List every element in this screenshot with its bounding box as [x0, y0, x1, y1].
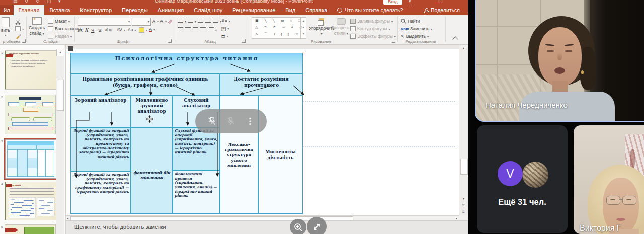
format-painter-button[interactable] — [15, 34, 21, 39]
shrink-font-button[interactable]: А▼ — [160, 19, 167, 24]
new-slide-button[interactable]: ✶ Создать слайд ▾ — [29, 17, 45, 36]
character-spacing-button[interactable]: AV▾ — [117, 27, 125, 32]
drawing-dialog-launcher[interactable] — [392, 39, 395, 43]
window-controls[interactable]: ▾ ▢ ✕ — [409, 0, 468, 5]
line-spacing-button[interactable]: ▾ — [213, 19, 221, 24]
mic-muted-icon[interactable] — [225, 116, 236, 127]
layout-button[interactable]: Макет▾ — [48, 19, 70, 24]
shape-outline-button[interactable]: Контур фигуры▾ — [350, 26, 390, 31]
increase-indent-button[interactable] — [205, 19, 211, 24]
zoom-in-button[interactable] — [290, 219, 306, 234]
tab-slideshow[interactable]: Слайд-шоу — [189, 5, 227, 15]
find-button[interactable]: Найти — [401, 19, 420, 24]
font-name-select[interactable]: ▾ — [78, 18, 131, 26]
bold-button[interactable]: Ж — [78, 27, 83, 33]
collapse-ribbon-button[interactable] — [452, 36, 458, 42]
text-direction-button[interactable]: ⇵A▾ — [221, 19, 230, 23]
bullets-button[interactable]: ▾ — [178, 19, 186, 24]
phonemic-cell[interactable]: Фонематичні процеси (сприймання, уявленн… — [173, 171, 220, 214]
paste-button[interactable]: вить ▾ — [1, 17, 10, 37]
reset-button[interactable]: Восстановить — [48, 26, 82, 31]
font-dialog-launcher[interactable] — [168, 39, 172, 43]
font-color-button[interactable]: А▾ — [149, 27, 155, 32]
copy-button[interactable]: ▾ — [15, 26, 24, 31]
shapes-gallery[interactable]: ▣ ╲ ╲ ▭ ○ □ △ ↰ ↱ ⇒ ⇓ ◇ ∿ ⌒ ≀ { } ☆ ▲▼▼ — [252, 17, 306, 39]
cut-button[interactable] — [15, 19, 21, 25]
branch-left-cell[interactable]: Правильне розпізнавання графічних одиниц… — [70, 74, 220, 96]
visual-low-cell[interactable]: Зорові функції та операції (сприймання, … — [70, 127, 131, 171]
slide-thumbnail-4[interactable]: Дисграфія — [5, 182, 56, 220]
meeting-overlay-pill[interactable] — [195, 109, 267, 133]
tab-home[interactable]: Главная — [14, 5, 45, 15]
scroll-right-button[interactable]: ▸ — [456, 216, 457, 220]
unpin-icon[interactable] — [206, 116, 217, 127]
tell-me-box[interactable]: Что вы хотите сделать? — [332, 5, 408, 15]
text-shadow-button[interactable]: S — [98, 27, 101, 33]
share-button[interactable]: Поделиться — [424, 5, 460, 15]
shape-fill-button[interactable]: Заливка фигуры▾ — [350, 19, 393, 24]
columns-button[interactable]: ▾ — [209, 27, 217, 32]
editor-vertical-scrollbar[interactable]: ▲ ▼ ⇈ ⇊ — [459, 45, 468, 215]
underline-button[interactable]: Ч — [91, 27, 94, 33]
branch-right-cell[interactable]: Достатнє розуміння прочитаного — [220, 74, 303, 96]
notes-pane[interactable]: Щелкните, чтобы добавить заметки — [66, 220, 468, 234]
panel-scroll-thumb[interactable] — [57, 80, 64, 111]
selection-handle[interactable] — [68, 46, 73, 51]
tab-animations[interactable]: Анимация — [153, 5, 189, 15]
phonetic-cell[interactable]: фонетичний бік мовлення — [131, 127, 173, 214]
clear-formatting-button[interactable] — [168, 19, 173, 24]
slide-thumbnail-3-selected[interactable] — [5, 139, 56, 179]
align-center-button[interactable] — [185, 27, 191, 32]
next-slide-button[interactable]: ⇊ — [460, 209, 467, 215]
panel-scroll-up-button[interactable]: ▲ — [56, 49, 64, 56]
numbering-button[interactable]: ▾ — [188, 19, 196, 24]
quick-access-toolbar-icons[interactable]: ▤ ↺ ↻ ◫ ▾ — [13, 0, 64, 4]
editor-horizontal-scrollbar[interactable]: ◂ ▸ — [66, 215, 459, 220]
grow-font-button[interactable]: А▲ — [152, 19, 159, 24]
tab-transitions[interactable]: Переходы — [117, 5, 153, 15]
sign-in-button[interactable]: Вход — [383, 0, 403, 5]
previous-slide-button[interactable]: ⇈ — [460, 202, 467, 208]
fullscreen-button[interactable] — [307, 217, 327, 234]
font-size-select[interactable]: ▾ — [132, 18, 151, 26]
italic-button[interactable]: К — [85, 27, 88, 33]
align-right-button[interactable] — [193, 27, 198, 32]
quick-styles-button[interactable]: Экспресс- стили ▾ — [331, 18, 351, 36]
section-button[interactable]: Раздел▾ — [48, 34, 72, 39]
tab-insert[interactable]: Вставка — [44, 5, 75, 15]
replace-button[interactable]: ab⇄ Заменить▾ — [401, 26, 432, 31]
more-options-icon[interactable] — [245, 116, 256, 127]
tab-help[interactable]: Справка — [300, 5, 332, 15]
scroll-left-button[interactable]: ◂ — [67, 216, 68, 220]
header-visual-cell[interactable]: Зоровий аналізатор — [70, 96, 131, 127]
thinking-cell[interactable]: Мисленнєва діяльність — [258, 96, 303, 214]
change-case-button[interactable]: Aa▾ — [128, 27, 136, 32]
participant-tile[interactable]: Виктория Г — [574, 125, 644, 234]
paragraph-dialog-launcher[interactable] — [242, 39, 246, 43]
align-left-button[interactable] — [178, 27, 183, 32]
shapes-row[interactable]: ▣ ╲ ╲ ▭ ○ □ — [255, 19, 303, 23]
shapes-row[interactable]: △ ↰ ↱ ⇒ ⇓ ◇ — [255, 25, 305, 29]
more-participants-tile[interactable]: V Ещё 31 чел. — [477, 125, 568, 233]
auditory-low-cell[interactable]: Слухові функції та операції (сприймання,… — [173, 127, 220, 171]
smartart-button[interactable]: ⬒▾ — [221, 34, 228, 38]
vertical-scroll-thumb[interactable] — [460, 159, 468, 175]
scroll-up-button[interactable]: ▲ — [460, 45, 467, 51]
decrease-indent-button[interactable] — [198, 19, 203, 24]
align-text-button[interactable]: [≡]▾ — [221, 26, 229, 31]
panel-scrollbar[interactable]: ▲ — [56, 49, 64, 234]
shapes-scroll[interactable]: ▲▼▼ — [300, 18, 306, 38]
select-button[interactable]: ↖ Выделить▾ — [401, 34, 429, 39]
tab-design[interactable]: Конструктор — [75, 5, 117, 15]
clipboard-dialog-launcher[interactable] — [22, 39, 26, 43]
tab-review[interactable]: Рецензирование — [227, 5, 280, 15]
shape-effects-button[interactable]: Эффекты фигуры▾ — [350, 34, 396, 39]
scroll-down-button[interactable]: ▼ — [460, 196, 467, 202]
justify-button[interactable] — [200, 27, 206, 32]
tab-file[interactable]: йл — [0, 5, 14, 15]
arrange-button[interactable]: Упорядочить ▾ — [309, 18, 335, 35]
slide-thumbnail-5[interactable] — [5, 225, 55, 234]
tab-view[interactable]: Вид — [280, 5, 300, 15]
slide-thumbnail-2[interactable] — [5, 95, 55, 134]
highlight-button[interactable]: ▾ — [139, 27, 147, 33]
